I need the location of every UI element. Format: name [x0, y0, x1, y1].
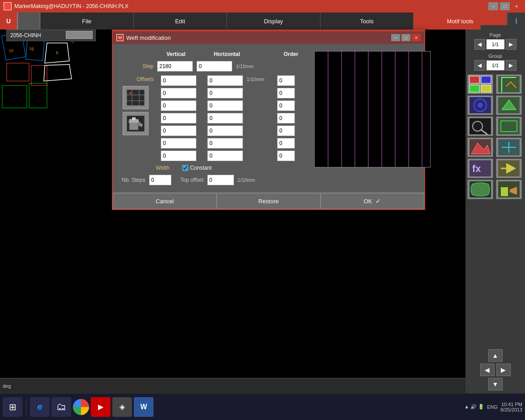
menu-tools[interactable]: Tools	[320, 13, 414, 30]
order-offsets-col	[277, 75, 295, 161]
page-next-button[interactable]: ▶	[506, 39, 516, 50]
tool-btn-9[interactable]: fx	[467, 159, 493, 178]
bucket-icon[interactable]	[123, 112, 149, 135]
vertical-header: Vertical	[156, 51, 196, 57]
preview-panel	[314, 51, 431, 185]
start-button[interactable]: ⊞	[3, 397, 22, 417]
youtube-button[interactable]: ▶	[91, 397, 111, 417]
horizontal-offset-input-2[interactable]	[207, 100, 243, 111]
svg-rect-15	[470, 76, 479, 83]
horizontal-offset-input-4[interactable]	[207, 125, 243, 136]
top-offset-unit: 1/10mm	[238, 177, 265, 183]
constant-checkbox[interactable]	[182, 165, 188, 171]
down-arrow-button[interactable]: ▼	[488, 378, 503, 390]
vertical-offset-input-5[interactable]	[161, 138, 196, 149]
app1-button[interactable]: ◈	[112, 397, 132, 417]
horizontal-offset-input-0[interactable]	[207, 75, 243, 86]
tool-btn-1[interactable]	[467, 74, 493, 94]
tool-btn-10[interactable]	[496, 159, 522, 178]
offsets-area: Offsets	[120, 75, 309, 161]
ie-button[interactable]: e	[30, 397, 50, 417]
grid-icon[interactable]	[123, 86, 149, 109]
dialog-close-button[interactable]: ×	[412, 34, 421, 41]
order-offset-input-0[interactable]	[277, 75, 295, 86]
svg-text:1g: 1g	[29, 46, 34, 51]
cancel-button[interactable]: Cancel	[113, 193, 217, 209]
system-tray: ▲ 🔊 🔋 ENG 10:41 PM 9/25/2013	[464, 402, 522, 412]
restore-button[interactable]: Restore	[217, 193, 320, 209]
page-section: Page ◀ 1/1 ▶	[467, 32, 523, 50]
tool-btn-11[interactable]	[467, 180, 493, 199]
tool-btn-2[interactable]	[496, 74, 522, 94]
tool-btn-4[interactable]	[496, 95, 522, 115]
minimize-button[interactable]: −	[488, 2, 498, 10]
tool-btn-12[interactable]	[496, 180, 522, 199]
svg-rect-17	[470, 85, 479, 92]
vertical-offset-input-6[interactable]	[161, 150, 196, 161]
vertical-offset-input-3[interactable]	[161, 113, 196, 124]
group-next-button[interactable]: ▶	[506, 60, 516, 71]
order-header: Order	[273, 51, 309, 57]
svg-rect-1	[8, 3, 11, 6]
svg-rect-18	[481, 85, 491, 92]
arrow-mid-row: ◀ ▶	[480, 364, 511, 376]
vertical-offset-input-0[interactable]	[161, 75, 196, 86]
page-value: 1/1	[487, 39, 504, 49]
right-arrow-button[interactable]: ▶	[496, 364, 511, 376]
step-label: Step	[120, 63, 154, 69]
maximize-button[interactable]: □	[500, 2, 510, 10]
svg-rect-16	[481, 76, 491, 83]
left-arrow-button[interactable]: ◀	[480, 364, 495, 376]
vertical-offset-input-4[interactable]	[161, 125, 196, 136]
bottom-toolbar: deg	[0, 378, 465, 393]
taskbar: ⊞ e 🗂 ▶ ◈ W ▲ 🔊 🔋 ENG 10:41 PM 9/25/2013	[0, 393, 525, 420]
tool-btn-8[interactable]	[496, 137, 522, 157]
order-offset-input-1[interactable]	[277, 88, 295, 99]
tool-btn-6[interactable]	[496, 116, 522, 136]
order-offset-input-2[interactable]	[277, 100, 295, 111]
page-prev-button[interactable]: ◀	[474, 39, 485, 50]
horizontal-header: Horizontal	[207, 51, 247, 57]
horizontal-offset-input-3[interactable]	[207, 113, 243, 124]
svg-rect-49	[132, 117, 136, 120]
dialog-minimize-button[interactable]: −	[391, 34, 400, 41]
clock: 10:41 PM 9/25/2013	[500, 402, 522, 412]
nb-steps-input[interactable]	[149, 175, 171, 185]
word-button[interactable]: W	[134, 397, 154, 417]
group-prev-button[interactable]: ◀	[474, 60, 485, 71]
top-offset-input[interactable]	[207, 175, 234, 185]
dialog-restore-button[interactable]: □	[401, 34, 410, 41]
explorer-button[interactable]: 🗂	[51, 397, 71, 417]
step-vertical-input[interactable]	[157, 61, 193, 72]
menu-display[interactable]: Display	[227, 13, 320, 30]
page-label: Page	[467, 32, 523, 38]
order-offset-input-3[interactable]	[277, 113, 295, 124]
menu-file[interactable]: File	[40, 13, 134, 30]
up-arrow-button[interactable]: ▲	[488, 349, 503, 362]
horizontal-offset-input-1[interactable]	[207, 88, 243, 99]
column-headers: Vertical Horizontal Order	[156, 51, 309, 57]
order-offset-input-5[interactable]	[277, 138, 295, 149]
close-button[interactable]: ×	[512, 2, 521, 10]
ok-button[interactable]: OK ✓	[320, 193, 424, 209]
taskbar-sep-1	[26, 399, 26, 415]
bottom-deg-label: deg	[3, 383, 11, 389]
order-offset-input-4[interactable]	[277, 125, 295, 136]
tool-btn-3[interactable]	[467, 95, 493, 115]
vertical-offset-input-2[interactable]	[161, 100, 196, 111]
tool-btn-5[interactable]	[467, 116, 493, 136]
constant-wrapper: Constant	[182, 165, 212, 171]
tool-btn-7[interactable]	[467, 137, 493, 157]
chrome-button[interactable]	[73, 399, 89, 415]
horizontal-offset-input-5[interactable]	[207, 138, 243, 149]
menu-edit[interactable]: Edit	[134, 13, 227, 30]
right-panel: Page ◀ 1/1 ▶ Group ◀ 1/1 ▶	[465, 30, 525, 393]
horizontal-offset-input-6[interactable]	[207, 150, 243, 161]
vertical-offset-input-1[interactable]	[161, 88, 196, 99]
dialog-title: Weft modification	[126, 34, 171, 41]
titlebar-controls: − □ ×	[488, 2, 521, 10]
titlebar-left: MarkerMaking@HADUYTIN - 2056-CHINH.PLX	[4, 2, 128, 10]
order-offset-input-6[interactable]	[277, 150, 295, 161]
step-horizontal-input[interactable]	[196, 61, 232, 72]
step-row: Step 1/10mm	[120, 61, 309, 72]
